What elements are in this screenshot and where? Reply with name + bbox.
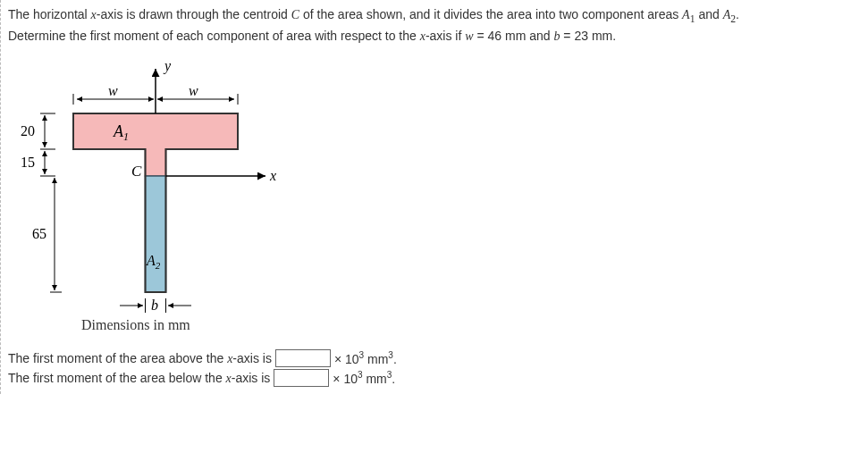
dim-15-label: 15 [21,155,35,170]
text: -axis if [426,29,465,43]
b-label: b [151,298,158,313]
w-right-label: w [189,83,198,98]
var-A1: A1 [682,8,695,21]
text: = 46 mm and [474,29,554,43]
area-a1-shape [73,113,238,176]
text: The horizontal [8,7,91,21]
text: -axis is drawn through the centroid [97,7,291,21]
label: The first moment of the area below the x… [8,371,270,386]
figure: y x w w 20 15 65 A1 C A2 b Dimensions in… [8,51,294,319]
answer-above-input[interactable] [275,349,331,367]
problem-statement: The horizontal x-axis is drawn through t… [8,5,861,46]
unit: × 103 mm3. [334,350,397,366]
w-left-label: w [108,83,118,98]
text: = 23 mm. [560,29,616,43]
text: Determine the first moment of each compo… [8,29,420,43]
area-a2-shape [146,176,166,292]
unit: × 103 mm3. [333,370,395,386]
text: and [695,7,723,21]
y-label: y [163,58,172,74]
var-C: C [291,8,299,21]
text: of the area shown, and it divides the ar… [299,7,682,21]
dim-65-label: 65 [32,226,46,241]
figure-caption: Dimensions in mm [81,317,190,333]
answer-row-below: The first moment of the area below the x… [8,369,861,387]
x-label: x [269,168,276,183]
var-w: w [465,29,473,43]
label: The first moment of the area above the x… [8,351,272,366]
dim-20-label: 20 [21,123,35,138]
c-label: C [131,163,142,180]
answer-row-above: The first moment of the area above the x… [8,349,861,367]
var-A2: A2 [723,8,736,21]
answer-below-input[interactable] [274,369,329,387]
text: . [736,7,739,21]
